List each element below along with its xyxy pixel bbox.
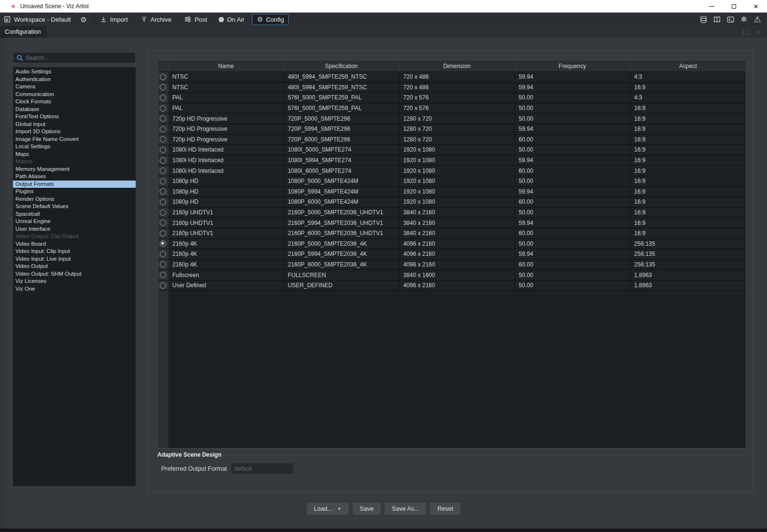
sidebar-item-user-interface[interactable]: User Interface	[13, 225, 136, 233]
table-row[interactable]: 1080i HD Interlaced1080I_6000_SMPTE27419…	[158, 166, 746, 176]
close-tab-icon[interactable]: ×	[754, 28, 762, 36]
table-row[interactable]: 1080p HD1080P_5994_SMPTE424M1920 x 10805…	[158, 187, 746, 197]
format-radio[interactable]	[160, 168, 166, 174]
table-row[interactable]: 720p HD Progressive720P_6000_SMPTE296128…	[158, 135, 746, 145]
column-header-specification[interactable]: Specification	[284, 60, 399, 71]
format-radio[interactable]	[160, 230, 166, 237]
column-header-name[interactable]: Name	[168, 60, 284, 71]
table-row[interactable]: 2160p 4K2160P_5000_SMPTE2036_4K4096 x 21…	[158, 239, 746, 250]
sidebar-item-plugins[interactable]: Plugins	[13, 188, 136, 196]
table-row[interactable]: FullscreenFULLSCREEN3840 x 160050.001.89…	[158, 270, 746, 280]
close-button[interactable]: ✕	[745, 0, 767, 13]
search-input[interactable]	[26, 55, 127, 61]
save-button[interactable]: Save	[352, 503, 381, 515]
table-row[interactable]: 1080i HD Interlaced1080I_5994_SMPTE27419…	[158, 155, 746, 166]
format-radio[interactable]	[160, 126, 166, 132]
sidebar-item-maps[interactable]: Maps	[13, 151, 136, 158]
format-radio[interactable]	[160, 74, 166, 80]
column-header-frequency[interactable]: Frequency	[515, 60, 630, 71]
table-row[interactable]: 2160p 4K2160P_6000_SMPTE2036_4K4096 x 21…	[158, 260, 746, 270]
sidebar-item-font-text-options[interactable]: Font/Text Options	[13, 113, 136, 121]
post-button[interactable]: Post	[184, 15, 207, 23]
format-radio[interactable]	[160, 282, 166, 289]
workspace-button[interactable]: Workspace - Default	[3, 15, 71, 23]
save-as-button[interactable]: Save As...	[385, 503, 426, 515]
archive-button[interactable]: Archive	[140, 16, 171, 23]
format-radio[interactable]	[160, 240, 166, 247]
sidebar-item-scene-default-values[interactable]: Scene Default Values	[13, 203, 136, 210]
column-header-dimension[interactable]: Dimension	[399, 60, 515, 71]
sidebar-item-video-output[interactable]: Video Output	[13, 263, 136, 270]
format-radio[interactable]	[160, 147, 166, 153]
format-radio[interactable]	[160, 261, 166, 267]
sidebar-item-video-board[interactable]: Video Board	[13, 240, 136, 248]
sidebar-item-unreal-engine[interactable]: Unreal Engine	[13, 218, 136, 225]
console-icon[interactable]	[725, 14, 735, 24]
sidebar-item-viz-one[interactable]: Viz One	[13, 285, 136, 293]
warning-icon[interactable]: ⚠	[753, 14, 762, 24]
format-radio[interactable]	[160, 272, 166, 278]
sidebar-item-spaceball[interactable]: Spaceball	[13, 210, 136, 218]
table-row[interactable]: 2160p UHDTV12160P_6000_SMPTE2036_UHDTV13…	[158, 228, 746, 239]
column-header-aspect[interactable]: Aspect	[630, 60, 746, 71]
format-radio[interactable]	[160, 95, 166, 101]
table-row[interactable]: PAL576I_5000_SMPTE259_PAL720 x 57650.001…	[158, 103, 746, 114]
sidebar-item-video-input-live-input[interactable]: Video Input: Live Input	[13, 255, 136, 263]
sidebar-item-video-input-clip-input[interactable]: Video Input: Clip Input	[13, 248, 136, 255]
format-radio[interactable]	[160, 84, 166, 90]
tab-configuration[interactable]: Configuration	[0, 26, 46, 38]
format-radio[interactable]	[160, 136, 166, 142]
fan-icon[interactable]: ✻	[739, 14, 749, 24]
table-row[interactable]: 2160p UHDTV12160P_5000_SMPTE2036_UHDTV13…	[158, 208, 746, 218]
table-row[interactable]: NTSC480I_5994_SMPTE259_NTSC720 x 48659.9…	[158, 83, 746, 93]
table-row[interactable]: 1080p HD1080P_5000_SMPTE424M1920 x 10805…	[158, 176, 746, 187]
sidebar-item-output-formats[interactable]: Output Formats	[13, 181, 136, 188]
workspace-settings-button[interactable]: ⚙	[81, 15, 87, 24]
table-row[interactable]: PAL576I_5000_SMPTE259_PAL720 x 57650.004…	[158, 93, 746, 103]
format-radio[interactable]	[160, 157, 166, 164]
table-row[interactable]: NTSC480I_5994_SMPTE259_NTSC720 x 48659.9…	[158, 72, 746, 83]
sidebar-item-communication[interactable]: Communication	[13, 91, 136, 98]
table-row[interactable]: 2160p 4K2160P_5994_SMPTE2036_4K4096 x 21…	[158, 249, 746, 260]
sidebar-item-local-settings[interactable]: Local Settings	[13, 143, 136, 151]
sidebar-item-viz-licenses[interactable]: Viz Licenses	[13, 278, 136, 285]
preferred-output-format-input[interactable]: default	[231, 463, 293, 474]
import-button[interactable]: Import	[100, 16, 128, 23]
config-button[interactable]: ⚙ Config	[252, 14, 289, 25]
minimize-button[interactable]	[700, 0, 723, 13]
format-radio[interactable]	[160, 210, 166, 216]
sidebar-item-authentication[interactable]: Authentication	[13, 76, 136, 84]
table-row[interactable]: User DefinedUSER_DEFINED4096 x 216050.00…	[158, 280, 746, 291]
format-radio[interactable]	[160, 178, 166, 184]
sidebar-item-memory-management[interactable]: Memory Management	[13, 166, 136, 173]
table-row[interactable]: 1080p HD1080P_6000_SMPTE424M1920 x 10806…	[158, 197, 746, 208]
book-icon[interactable]	[712, 14, 722, 24]
format-radio[interactable]	[160, 188, 166, 195]
left-splitter[interactable]	[0, 38, 4, 529]
sidebar-item-path-aliases[interactable]: Path Aliases	[13, 173, 136, 181]
reset-button[interactable]: Reset	[430, 503, 460, 515]
sidebar-item-clock-formats[interactable]: Clock Formats	[13, 98, 136, 106]
sidebar-item-image-file-name-convert[interactable]: Image File Name Convert	[13, 136, 136, 143]
table-row[interactable]: 1080i HD Interlaced1080I_5000_SMPTE27419…	[158, 145, 746, 155]
database-icon[interactable]	[698, 14, 708, 24]
onair-button[interactable]: On Air	[219, 16, 244, 23]
sidebar-item-camera[interactable]: Camera	[13, 83, 136, 91]
format-radio[interactable]	[160, 251, 166, 257]
sidebar-item-render-options[interactable]: Render Options	[13, 196, 136, 203]
format-radio[interactable]	[160, 105, 166, 112]
sidebar-item-video-output-shm-output[interactable]: Video Output: SHM Output	[13, 270, 136, 278]
table-row[interactable]: 2160p UHDTV12160P_5994_SMPTE2036_UHDTV13…	[158, 218, 746, 228]
sidebar-item-import-3d-options[interactable]: Import 3D Options	[13, 128, 136, 136]
sidebar-item-database[interactable]: Database	[13, 106, 136, 113]
format-radio[interactable]	[160, 199, 166, 205]
sidebar-item-audio-settings[interactable]: Audio Settings	[13, 68, 136, 76]
load-button[interactable]: Load... ▼	[307, 503, 349, 515]
expand-icon[interactable]	[741, 28, 749, 36]
table-row[interactable]: 720p HD Progressive720P_5994_SMPTE296128…	[158, 124, 746, 135]
table-row[interactable]: 720p HD Progressive720P_5000_SMPTE296128…	[158, 113, 746, 124]
maximize-button[interactable]	[723, 0, 745, 13]
format-radio[interactable]	[160, 115, 166, 122]
format-radio[interactable]	[160, 220, 166, 226]
sidebar-item-global-input[interactable]: Global Input	[13, 121, 136, 128]
